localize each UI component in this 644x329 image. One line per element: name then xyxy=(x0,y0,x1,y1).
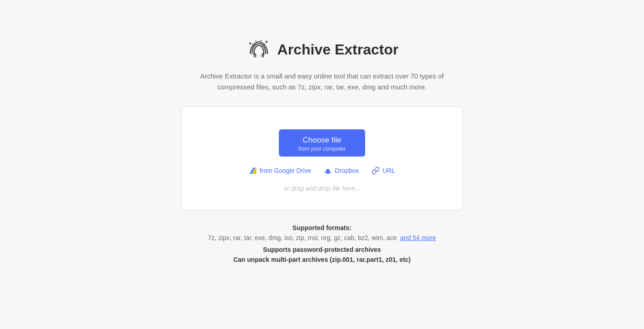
app-logo-icon xyxy=(246,36,272,63)
formats-list: 7z, zipx, rar, tar, exe, dmg, iso, zip, … xyxy=(208,234,436,241)
svg-point-10 xyxy=(254,53,256,55)
url-link[interactable]: URL xyxy=(372,167,395,175)
app-subtitle: Archive Extractor is a small and easy on… xyxy=(195,71,449,93)
choose-file-button[interactable]: Choose file from your computer xyxy=(279,129,365,157)
app-header: Archive Extractor xyxy=(246,36,399,63)
svg-point-1 xyxy=(255,40,256,41)
google-drive-label: from Google Drive xyxy=(260,167,312,174)
google-drive-icon xyxy=(249,167,257,175)
url-label: URL xyxy=(382,167,395,174)
choose-file-sublabel: from your computer xyxy=(298,146,346,152)
link-icon xyxy=(372,167,380,175)
svg-point-0 xyxy=(252,44,253,45)
svg-point-3 xyxy=(264,43,265,44)
google-drive-link[interactable]: from Google Drive xyxy=(249,167,312,175)
formats-more-link[interactable]: and 54 more xyxy=(400,234,436,241)
drag-drop-hint: or drag and drop file here... xyxy=(284,185,361,192)
formats-text: 7z, zipx, rar, tar, exe, dmg, iso, zip, … xyxy=(208,234,397,241)
source-links-row: from Google Drive Dropbox URL xyxy=(249,167,396,175)
app-title: Archive Extractor xyxy=(277,41,399,58)
supports-password: Supports password-protected archives xyxy=(208,246,436,253)
dropbox-link[interactable]: Dropbox xyxy=(324,167,359,175)
formats-title: Supported formats: xyxy=(208,224,436,231)
svg-point-11 xyxy=(262,53,264,55)
dropbox-label: Dropbox xyxy=(335,167,359,174)
dropbox-icon xyxy=(324,167,332,175)
supports-multipart: Can unpack multi-part archives (zip.001,… xyxy=(208,256,436,263)
upload-box: Choose file from your computer from Goog… xyxy=(181,106,463,211)
formats-section: Supported formats: 7z, zipx, rar, tar, e… xyxy=(208,224,436,263)
svg-point-2 xyxy=(260,40,262,41)
choose-file-label: Choose file xyxy=(302,136,341,145)
